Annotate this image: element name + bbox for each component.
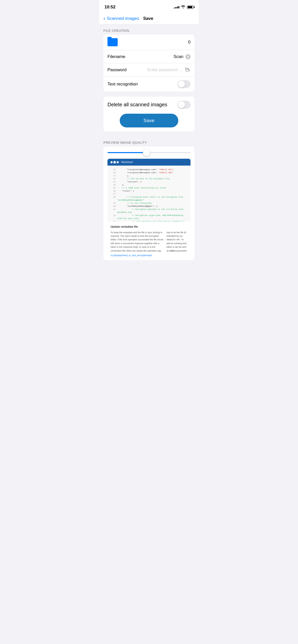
nextcloud-logo [111,161,119,164]
filename-value: Scan [173,54,183,59]
code-line: 24 }, [111,183,187,186]
filename-right: Scan [173,54,191,59]
file-creation-header: FILE CREATION [99,25,199,35]
file-creation-card: 0 Filename Scan Password Enter password … [103,35,195,92]
preview-quality-header: PREVIEW IMAGE QUALITY [99,137,199,147]
preview-image-header: Nextcloud [107,159,191,166]
delete-toggle-thumb [178,101,185,108]
preview-text-body-right: has to be the file ID indicated by our W… [167,231,187,253]
nc-circle-left [111,161,113,163]
folder-count: 0 [188,40,191,45]
password-row: Password Enter password ... [103,63,195,77]
preview-image-container: Nextcloud 19 "recipient1@example.com": "… [107,159,191,260]
preview-text-body-left: To keep the metadata and the file in syn… [111,231,165,253]
password-input[interactable]: Enter password ... [147,67,182,72]
code-line: 20 "recipient2@example.com": "PUBLIC KEY… [111,171,187,174]
code-line: 28 // Following blob refers to the encry… [111,196,187,202]
delete-save-card: Delete all scanned images Save [103,97,195,131]
code-line: 25 // A JSON blob referencing all files [111,186,187,189]
password-right: Enter password ... [147,67,191,73]
battery-icon [187,6,194,9]
password-label: Password [107,67,127,72]
preview-logo-text: Nextcloud [121,161,132,164]
nc-circle-right [117,161,119,163]
code-line: 32 // Encryption algorithm: AES/GCM/NoPa… [111,214,187,220]
preview-quality-card: Nextcloud 19 "recipient1@example.com": "… [103,147,195,260]
code-line: 27 [111,193,187,196]
quality-slider[interactable] [107,152,191,153]
delete-row: Delete all scanned images [107,101,191,109]
text-recognition-row: Text recognition [103,77,195,92]
filename-label: Filename [107,54,125,59]
nav-bar: ‹ Scanned images Save [99,13,199,25]
filename-clear-button[interactable] [185,54,191,59]
filename-row: Filename Scan [103,50,195,63]
clear-icon [185,54,191,59]
toggle-thumb [178,81,185,87]
status-bar: 10:52 [99,0,199,13]
code-line: 22 // The version of the metadata file [111,177,187,180]
code-line: 31 // Encrypted payload to the currently… [111,208,187,214]
code-line: 33 // with metadata key from above (symm… [111,220,187,222]
signal-icon [174,6,179,8]
status-time: 10:52 [104,5,115,10]
quality-slider-container [103,147,195,157]
code-line: 19 "recipient1@example.com": "PUBLIC KEY… [111,168,187,171]
wifi-icon [181,5,185,9]
save-button[interactable]: Save [120,114,178,127]
preview-text-area: Update metadata file To keep the metadat… [107,222,191,260]
folder-icon [107,38,118,46]
preview-endpoint: v2.php/apps/end_to_end_encryption/api/ [111,254,187,257]
delete-label: Delete all scanned images [107,102,167,108]
page-title: Save [143,16,153,21]
back-button[interactable]: ‹ Scanned images [103,16,139,21]
text-recognition-toggle[interactable] [178,80,191,88]
back-label: Scanned images [107,16,139,21]
code-line: 29 // on the filesystem [111,202,187,205]
nc-circle-mid [113,161,116,164]
code-line: 26 "files": { [111,189,187,193]
slider-fill [107,152,146,153]
chevron-left-icon: ‹ [103,16,105,21]
preview-text-title: Update metadata file [111,225,187,229]
status-icons [174,5,194,9]
code-line: 23 "version": 1 [111,180,187,183]
folder-row[interactable]: 0 [103,35,195,50]
text-recognition-label: Text recognition [107,82,138,87]
slider-thumb[interactable] [143,149,150,156]
delete-toggle[interactable] [178,101,191,109]
preview-code-area: 19 "recipient1@example.com": "PUBLIC KEY… [107,166,191,222]
code-line: 21 }, [111,174,187,177]
eye-hidden-icon[interactable] [184,67,191,73]
code-line: 30 "1a70EEEyXMoRa1QWQk8r": { [111,205,187,208]
